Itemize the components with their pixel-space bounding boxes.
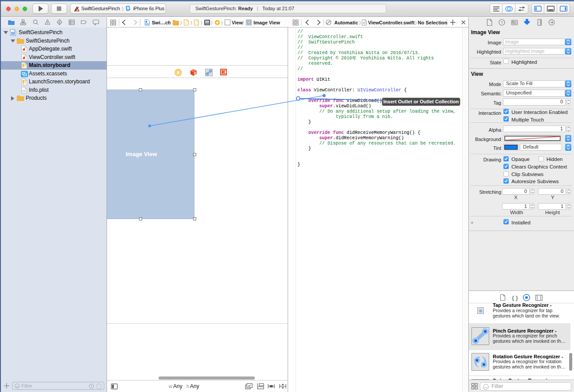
svg-text:{ }: { }: [512, 294, 518, 301]
svg-text:1: 1: [194, 72, 196, 75]
svg-text:?: ?: [501, 20, 503, 25]
